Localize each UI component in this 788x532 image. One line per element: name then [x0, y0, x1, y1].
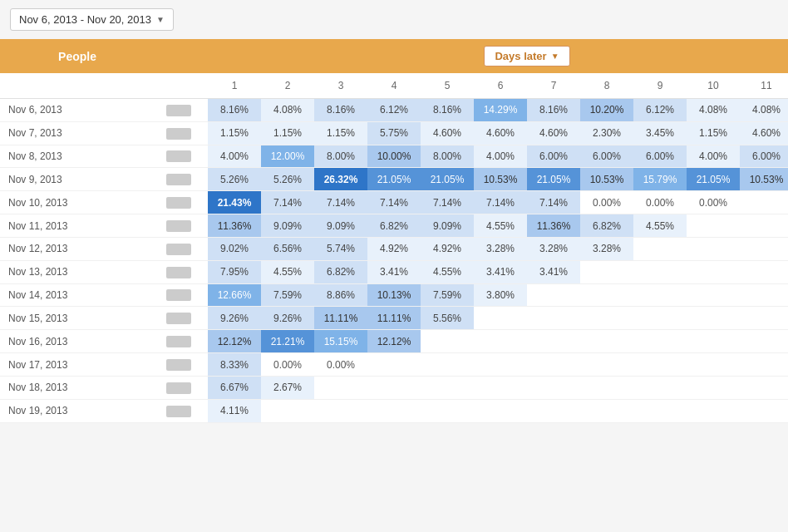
data-cell: 9.09%: [421, 214, 474, 238]
data-cell: [633, 399, 687, 422]
col-num-6: 6: [474, 73, 527, 99]
data-cell: 10.53%: [474, 168, 527, 191]
data-cell: 26.32%: [314, 168, 367, 191]
date-cell: Nov 14, 2013: [0, 283, 155, 307]
data-cell: 14.29%: [474, 99, 527, 122]
data-cell: 4.55%: [633, 214, 687, 238]
data-cell: 4.08%: [740, 99, 788, 122]
data-cell: 7.14%: [314, 191, 367, 214]
data-cell: 4.60%: [740, 121, 788, 145]
table-row: Nov 14, 201312.66%7.59%8.86%10.13%7.59%3…: [0, 283, 788, 307]
data-cell: 8.16%: [527, 99, 580, 122]
person-bar-icon: [166, 197, 191, 209]
col-num-7: 7: [527, 73, 580, 99]
data-cell: [421, 376, 474, 399]
person-bar-icon: [166, 150, 191, 162]
data-cell: [421, 399, 474, 422]
data-cell: 6.82%: [367, 214, 421, 238]
data-cell: 4.55%: [421, 260, 474, 283]
table-row: Nov 15, 20139.26%9.26%11.11%11.11%5.56%: [0, 307, 788, 330]
person-bar-cell: [155, 145, 208, 168]
data-cell: 7.14%: [421, 191, 474, 214]
data-cell: 1.15%: [687, 121, 740, 145]
person-bar-cell: [155, 260, 208, 283]
table-row: Nov 19, 20134.11%: [0, 399, 788, 422]
data-cell: [527, 283, 580, 307]
days-later-button[interactable]: Days later ▼: [484, 46, 569, 66]
data-cell: 6.12%: [633, 99, 687, 122]
data-cell: [633, 260, 687, 283]
data-cell: 3.41%: [367, 260, 421, 283]
person-bar-cell: [155, 283, 208, 307]
date-cell: Nov 11, 2013: [0, 214, 155, 238]
data-cell: 4.08%: [261, 99, 314, 122]
data-cell: 12.66%: [208, 283, 261, 307]
data-cell: [421, 330, 474, 353]
date-cell: Nov 18, 2013: [0, 376, 155, 399]
data-cell: [740, 353, 788, 377]
data-cell: 8.86%: [314, 283, 367, 307]
column-numbers-row: 1 2 3 4 5 6 7 8 9 10 11 12: [0, 73, 788, 99]
data-cell: 1.15%: [261, 121, 314, 145]
data-cell: [527, 399, 580, 422]
people-header: People: [0, 39, 155, 73]
person-bar-cell: [155, 399, 208, 422]
date-range-label: Nov 6, 2013 - Nov 20, 2013: [19, 13, 151, 26]
days-later-label: Days later: [495, 50, 546, 62]
person-bar-icon: [166, 406, 191, 417]
data-cell: [687, 214, 740, 238]
data-cell: [580, 376, 633, 399]
col-num-3: 3: [314, 73, 367, 99]
col-bar-header: [155, 73, 208, 99]
data-cell: 8.16%: [421, 99, 474, 122]
data-cell: 3.41%: [527, 260, 580, 283]
days-later-header: Days later ▼: [208, 39, 788, 73]
data-cell: [687, 283, 740, 307]
data-cell: [687, 376, 740, 399]
data-cell: [527, 353, 580, 377]
data-cell: 1.15%: [314, 121, 367, 145]
cohort-table: People Days later ▼ 1 2 3 4 5 6 7: [0, 39, 788, 423]
data-cell: [474, 376, 527, 399]
data-cell: 21.21%: [261, 330, 314, 353]
data-cell: 3.28%: [474, 237, 527, 260]
data-cell: 10.53%: [740, 168, 788, 191]
date-range-button[interactable]: Nov 6, 2013 - Nov 20, 2013 ▼: [10, 8, 174, 31]
data-cell: 5.26%: [261, 168, 314, 191]
data-cell: 4.55%: [261, 260, 314, 283]
data-cell: 8.00%: [314, 145, 367, 168]
data-cell: 21.05%: [687, 168, 740, 191]
date-cell: Nov 8, 2013: [0, 145, 155, 168]
data-cell: [740, 399, 788, 422]
data-cell: 6.12%: [367, 99, 421, 122]
data-cell: [367, 399, 421, 422]
data-cell: [314, 399, 367, 422]
data-cell: [740, 283, 788, 307]
person-bar-icon: [166, 105, 191, 116]
data-cell: 3.28%: [527, 237, 580, 260]
data-cell: 7.14%: [474, 191, 527, 214]
data-cell: 0.00%: [314, 353, 367, 377]
data-cell: 10.20%: [580, 99, 633, 122]
table-row: Nov 16, 201312.12%21.21%15.15%12.12%: [0, 330, 788, 353]
table-row: Nov 11, 201311.36%9.09%9.09%6.82%9.09%4.…: [0, 214, 788, 238]
data-cell: [633, 307, 687, 330]
data-cell: 4.60%: [421, 121, 474, 145]
data-cell: 2.67%: [261, 376, 314, 399]
data-cell: 3.41%: [474, 260, 527, 283]
data-cell: 6.67%: [208, 376, 261, 399]
data-cell: 7.59%: [421, 283, 474, 307]
person-bar-icon: [166, 267, 191, 278]
table-row: Nov 13, 20137.95%4.55%6.82%3.41%4.55%3.4…: [0, 260, 788, 283]
data-cell: 11.36%: [208, 214, 261, 238]
table-row: Nov 6, 20138.16%4.08%8.16%6.12%8.16%14.2…: [0, 99, 788, 122]
data-cell: 4.92%: [367, 237, 421, 260]
date-cell: Nov 17, 2013: [0, 353, 155, 377]
data-cell: 8.16%: [314, 99, 367, 122]
person-bar-cell: [155, 191, 208, 214]
date-cell: Nov 6, 2013: [0, 99, 155, 122]
person-bar-cell: [155, 99, 208, 122]
data-cell: 0.00%: [261, 353, 314, 377]
data-cell: [261, 399, 314, 422]
data-cell: 4.00%: [474, 145, 527, 168]
